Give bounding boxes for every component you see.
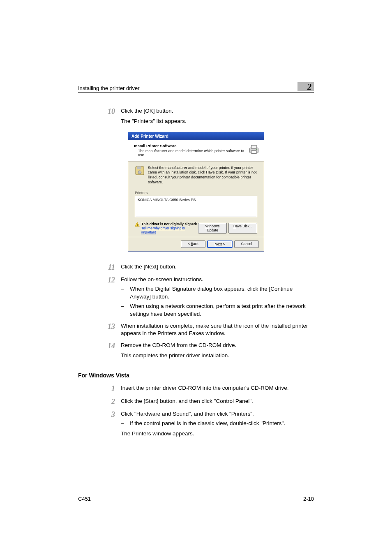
printers-label: Printers (135, 191, 257, 195)
step-subtext: This completes the printer driver instal… (121, 352, 314, 360)
warning-icon: ! (135, 222, 140, 227)
dialog-subheading: The manufacturer and model determine whi… (138, 149, 248, 157)
step-text: Follow the on-screen instructions. (121, 276, 314, 284)
dialog-info-text: Select the manufacturer and model of you… (148, 166, 257, 185)
step-text: Click the [Next] button. (121, 263, 314, 272)
step-number: 2 (78, 398, 121, 407)
page-header: Installing the printer driver 2 (78, 82, 314, 92)
footer-page-number: 2-10 (303, 496, 314, 502)
driver-signing-link[interactable]: Tell me why driver signing is important (141, 226, 198, 234)
step-number: 14 (78, 342, 121, 362)
bullet-dash: – (121, 303, 130, 318)
chapter-badge: 2 (297, 82, 314, 91)
printers-listbox[interactable]: KONICA MINOLTA C650 Series PS (135, 196, 257, 217)
step-text: Click the [OK] button. (121, 107, 314, 115)
have-disk-button[interactable]: Have Disk... (228, 223, 257, 234)
step-subtext: The Printers window appears. (121, 430, 314, 438)
printer-list-item[interactable]: KONICA MINOLTA C650 Series PS (138, 198, 254, 202)
step-number: 13 (78, 322, 121, 338)
vista-step-1: 1 Insert the printer driver CD-ROM into … (78, 384, 314, 393)
step-number: 12 (78, 276, 121, 318)
bullet-text: If the control panel is in the classic v… (130, 420, 314, 428)
floppy-disk-icon (135, 166, 145, 176)
svg-rect-5 (137, 166, 141, 169)
section-heading-vista: For Windows Vista (78, 372, 314, 379)
step-13: 13 When installation is complete, make s… (78, 322, 314, 338)
step-14: 14 Remove the CD-ROM from the CD-ROM dri… (78, 342, 314, 362)
dialog-titlebar: Add Printer Wizard (128, 132, 264, 140)
back-button[interactable]: < Back (181, 240, 205, 248)
svg-point-2 (256, 149, 257, 150)
step-number: 1 (78, 384, 121, 393)
header-title: Installing the printer driver (78, 85, 140, 91)
cancel-button[interactable]: Cancel (234, 240, 259, 248)
step-number: 11 (78, 263, 121, 272)
driver-unsigned-warning: This driver is not digitally signed! (141, 222, 198, 226)
step-11: 11 Click the [Next] button. (78, 263, 314, 272)
step-text: Click the [Start] button, and then click… (121, 398, 314, 407)
vista-step-2: 2 Click the [Start] button, and then cli… (78, 398, 314, 407)
svg-rect-1 (251, 145, 256, 148)
step-number: 3 (78, 410, 121, 440)
next-button[interactable]: Next > (207, 240, 233, 248)
footer-model: C451 (78, 496, 91, 502)
svg-rect-3 (251, 150, 256, 153)
step-12: 12 Follow the on-screen instructions. – … (78, 276, 314, 318)
svg-text:!: ! (137, 223, 138, 227)
windows-update-button[interactable]: Windows Update (198, 223, 227, 234)
step-text: Click "Hardware and Sound", and then cli… (121, 410, 314, 418)
add-printer-wizard-dialog: Add Printer Wizard Install Printer Softw… (128, 132, 264, 252)
dialog-heading: Install Printer Software (134, 143, 248, 148)
bullet-text: When using a network connection, perform… (130, 303, 314, 318)
step-10: 10 Click the [OK] button. The "Printers"… (78, 107, 314, 128)
step-text: Remove the CD-ROM from the CD-ROM drive. (121, 342, 314, 349)
step-subtext: The "Printers" list appears. (121, 118, 314, 125)
bullet-dash: – (121, 420, 130, 428)
page-footer: C451 2-10 (78, 494, 314, 502)
step-number: 10 (78, 107, 121, 128)
bullet-dash: – (121, 285, 130, 301)
printer-icon (248, 143, 260, 155)
bullet-text: When the Digital Signature dialog box ap… (130, 285, 314, 301)
vista-step-3: 3 Click "Hardware and Sound", and then c… (78, 410, 314, 440)
step-text: Insert the printer driver CD-ROM into th… (121, 384, 314, 393)
step-text: When installation is complete, make sure… (121, 322, 314, 338)
svg-point-6 (138, 171, 141, 174)
